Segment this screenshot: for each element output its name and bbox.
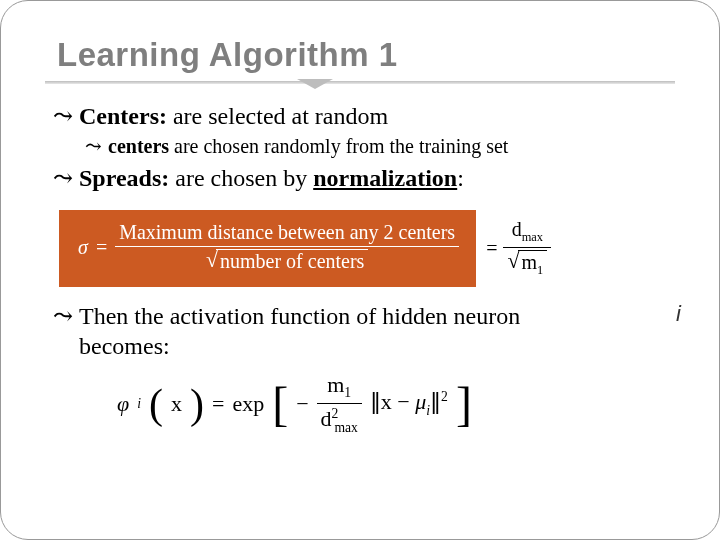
divider-arrow-icon — [297, 79, 333, 89]
phi-norm-sup: 2 — [441, 389, 448, 404]
sigma-formula-box: σ = Maximum distance between any 2 cente… — [59, 210, 476, 287]
sigma-symbol: σ — [78, 236, 88, 259]
phi-x2: x — [381, 389, 392, 414]
phi-exp: exp — [232, 391, 264, 417]
phi-minus2: − — [397, 389, 409, 414]
phi-fraction: m1 d2max — [317, 372, 362, 435]
subbullet-centers-bold: centers — [108, 135, 169, 157]
sigma-equals: = — [96, 236, 107, 259]
bullet-spreads-rest-c: : — [457, 165, 464, 191]
slide-root: Learning Algorithm 1 ⤳ Centers: are sele… — [0, 0, 720, 540]
phi-minus: − — [296, 391, 308, 417]
phi-m-sub: 1 — [344, 386, 351, 401]
phi-mu: μ — [415, 389, 426, 414]
phi-d-sup: 2 — [332, 406, 339, 421]
bullet-spreads-rest-a: are chosen by — [169, 165, 313, 191]
sqrt-icon: √ number of centers — [206, 249, 368, 274]
title-divider — [45, 79, 675, 89]
rbracket-icon: ] — [456, 380, 472, 428]
subbullet-centers-text: centers are chosen randomly from the tra… — [108, 134, 508, 159]
bullet-spreads: ⤳ Spreads: are chosen by normalization: — [53, 163, 679, 194]
bullet-centers-bold: Centers: — [79, 103, 167, 129]
phi-mu-sub: i — [426, 403, 430, 418]
bullet-centers-rest: are selected at random — [167, 103, 388, 129]
sigma-side-formula: = dmax √ m1 — [486, 218, 551, 278]
phi-m: m — [327, 372, 344, 397]
sigma-den: √ number of centers — [202, 249, 372, 274]
rparen-icon: ) — [190, 383, 204, 425]
bullet-then-text: Then the activation function of hidden n… — [79, 301, 520, 362]
side-den-text: m1 — [518, 250, 548, 278]
phi-formula: φi ( x ) = exp [ − m1 d2max ‖x − μi‖2 — [117, 372, 679, 435]
phi-d: d — [321, 407, 332, 432]
sigma-den-text: number of centers — [216, 249, 368, 274]
sqrt-icon: √ m1 — [507, 250, 547, 278]
bullet-then: ⤳ Then the activation function of hidden… — [53, 301, 679, 362]
side-equals: = — [486, 237, 497, 260]
phi-x: x — [171, 391, 182, 416]
phi-d-sub: max — [334, 420, 357, 435]
bullet-glyph-icon: ⤳ — [53, 163, 73, 194]
side-num-sub: max — [522, 230, 543, 244]
side-den: √ m1 — [503, 250, 551, 278]
sigma-fraction: Maximum distance between any 2 centers √… — [115, 221, 459, 274]
lbracket-icon: [ — [272, 380, 288, 428]
bullet-glyph-icon: ⤳ — [53, 301, 73, 332]
bullet-spreads-text: Spreads: are chosen by normalization: — [79, 163, 464, 194]
bullet-centers-text: Centers: are selected at random — [79, 101, 388, 132]
sigma-eq: σ = Maximum distance between any 2 cente… — [78, 221, 459, 274]
divider-bar — [45, 81, 675, 84]
lparen-icon: ( — [149, 383, 163, 425]
phi-symbol: φ — [117, 391, 129, 417]
bullet-glyph-icon: ⤳ — [53, 101, 73, 132]
subbullet-centers: ⤳ centers are chosen randomly from the t… — [85, 134, 679, 159]
slide-title: Learning Algorithm 1 — [57, 37, 679, 73]
bullet-spreads-underline: normalization — [313, 165, 457, 191]
sigma-num: Maximum distance between any 2 centers — [115, 221, 459, 244]
phi-frac-den: d2max — [317, 406, 362, 435]
bullet-list: ⤳ Centers: are selected at random ⤳ cent… — [41, 101, 679, 435]
bullet-centers: ⤳ Centers: are selected at random — [53, 101, 679, 132]
fraction-bar-icon — [115, 246, 459, 247]
side-fraction: dmax √ m1 — [503, 218, 551, 278]
bullet-spreads-bold: Spreads: — [79, 165, 169, 191]
side-num: dmax — [508, 218, 547, 244]
phi-norm-x: x — [171, 391, 182, 417]
bullet-glyph-icon: ⤳ — [85, 134, 102, 159]
bullet-then-a: Then the activation function of hidden n… — [79, 303, 520, 329]
side-den-m: m — [522, 251, 538, 273]
phi-norm-diff: ‖x − μi‖2 — [370, 389, 448, 419]
phi-frac-num: m1 — [323, 372, 355, 401]
side-num-d: d — [512, 218, 522, 240]
sigma-formula-row: σ = Maximum distance between any 2 cente… — [59, 210, 679, 287]
subbullet-centers-rest: are chosen randomly from the training se… — [169, 135, 508, 157]
phi-sub-i: i — [137, 396, 141, 412]
fraction-bar-icon — [317, 403, 362, 404]
side-den-sub: 1 — [537, 263, 543, 277]
phi-eq: = — [212, 391, 224, 417]
float-i-label: i — [676, 301, 681, 327]
bullet-then-b: becomes: — [79, 333, 170, 359]
